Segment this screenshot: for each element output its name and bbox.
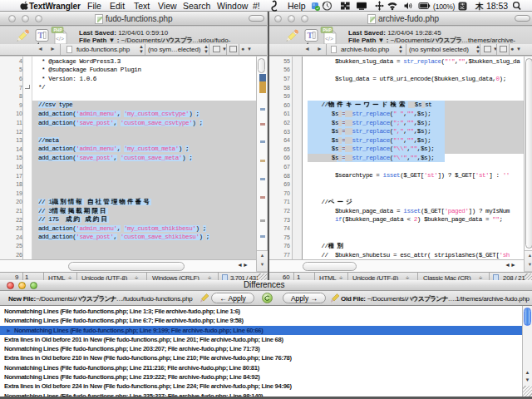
svg-text:PHP: PHP bbox=[54, 27, 63, 32]
svg-text:PHP: PHP bbox=[323, 27, 332, 32]
svg-text:T: T bbox=[38, 31, 44, 40]
svg-text:</>: </> bbox=[56, 36, 64, 42]
svg-text:</>: </> bbox=[325, 36, 333, 42]
svg-text:T: T bbox=[308, 31, 313, 40]
